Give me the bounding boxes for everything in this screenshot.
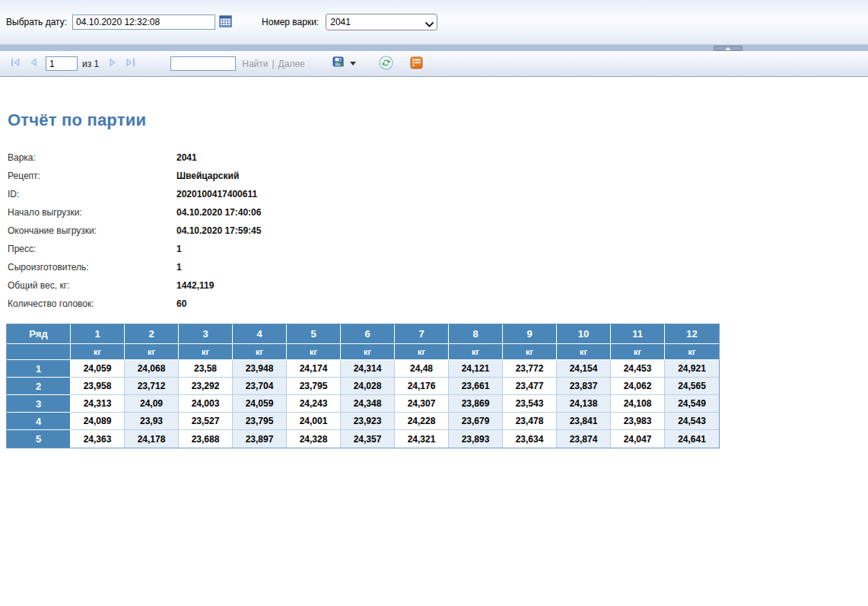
- row-label-cell: 3: [7, 395, 71, 413]
- field-label: ID:: [8, 189, 176, 199]
- column-header: 9: [503, 324, 557, 344]
- weight-cell: 23,837: [557, 378, 611, 395]
- weight-cell: 23,923: [341, 413, 395, 430]
- unit-header: кг: [233, 344, 287, 360]
- unit-header: кг: [341, 344, 395, 360]
- refresh-icon: [379, 56, 393, 72]
- report-toolbar: из 1 Найти | Далее: [0, 51, 868, 77]
- weight-cell: 23,634: [503, 430, 557, 448]
- field-value: Швейцарский: [176, 171, 239, 181]
- field-label: Окончание выгрузки:: [8, 225, 176, 236]
- table-row: 524,36324,17823,68823,89724,32824,35724,…: [7, 430, 719, 448]
- weight-cell: 24,565: [665, 378, 719, 395]
- export-save-icon: [332, 56, 348, 72]
- weight-cell: 24,09: [125, 395, 179, 413]
- weight-cell: 23,772: [503, 360, 557, 378]
- previous-page-icon: [29, 58, 38, 69]
- weight-cell: 23,712: [125, 378, 179, 395]
- weight-cell: 23,527: [179, 413, 233, 430]
- weight-cell: 23,958: [71, 378, 125, 395]
- weight-cell: 24,068: [125, 360, 179, 378]
- field-value: 04.10.2020 17:40:06: [176, 207, 261, 218]
- weight-cell: 24,321: [395, 430, 449, 448]
- first-page-icon: [10, 58, 21, 69]
- field-value: 2020100417400611: [176, 189, 257, 199]
- weight-cell: 24,921: [665, 360, 719, 378]
- field-label: Количество головок:: [8, 298, 176, 309]
- weight-cell: 24,549: [665, 395, 719, 413]
- collapse-parameters-button[interactable]: [714, 46, 742, 51]
- weight-cell: 23,477: [503, 378, 557, 395]
- batch-select[interactable]: 2041: [326, 14, 437, 30]
- weight-cell: 24,357: [341, 430, 395, 448]
- report-title: Отчёт по партии: [8, 110, 868, 130]
- calendar-button[interactable]: [219, 16, 233, 29]
- field-value: 2041: [176, 152, 197, 163]
- table-row: 324,31324,0924,00324,05924,24324,34824,3…: [7, 395, 719, 413]
- weight-cell: 24,154: [557, 360, 611, 378]
- collapse-parameters-icon: [725, 47, 731, 50]
- weight-cell: 24,363: [71, 430, 125, 448]
- weight-cell: 24,059: [71, 360, 125, 378]
- data-feed-button[interactable]: [409, 55, 424, 73]
- weight-cell: 24,313: [71, 395, 125, 413]
- weight-cell: 23,679: [449, 413, 503, 430]
- last-page-button[interactable]: [125, 58, 137, 70]
- column-header: 1: [71, 324, 125, 344]
- weight-cell: 23,897: [233, 430, 287, 448]
- unit-header: кг: [179, 344, 233, 360]
- page-number-input[interactable]: [46, 56, 78, 71]
- unit-header: кг: [611, 344, 665, 360]
- weight-cell: 24,176: [395, 378, 449, 395]
- weight-cell: 23,58: [179, 360, 233, 378]
- weight-cell: 23,795: [233, 413, 287, 430]
- column-header: 10: [557, 324, 611, 344]
- weight-cell: 24,059: [233, 395, 287, 413]
- refresh-button[interactable]: [377, 54, 395, 74]
- weight-cell: 24,243: [287, 395, 341, 413]
- column-header: 8: [449, 324, 503, 344]
- weight-cell: 24,121: [449, 360, 503, 378]
- date-input[interactable]: [72, 14, 215, 30]
- unit-header: кг: [557, 344, 611, 360]
- find-link[interactable]: Найти: [242, 59, 268, 69]
- find-next-separator: |: [272, 59, 274, 69]
- weight-cell: 23,661: [449, 378, 503, 395]
- weight-cell: 23,795: [287, 378, 341, 395]
- next-page-button[interactable]: [107, 58, 119, 70]
- weight-cell: 24,178: [125, 430, 179, 448]
- previous-page-button[interactable]: [27, 58, 40, 70]
- report-field-row: ID:2020100417400611: [8, 185, 868, 203]
- export-button[interactable]: [331, 55, 358, 73]
- report-field-row: Окончание выгрузки:04.10.2020 17:59:45: [8, 222, 868, 240]
- weight-cell: 24,348: [341, 395, 395, 413]
- weight-cell: 24,001: [287, 413, 341, 430]
- weight-cell: 23,93: [125, 413, 179, 430]
- field-value: 1442,119: [176, 280, 214, 291]
- field-value: 1: [176, 262, 182, 273]
- unit-header: кг: [125, 344, 179, 360]
- field-label: Общий вес, кг:: [8, 280, 176, 291]
- field-value: 60: [176, 298, 186, 309]
- weight-cell: 24,062: [611, 378, 665, 395]
- report-field-row: Сыроизготовитель:1: [8, 258, 868, 276]
- search-actions: Найти | Далее: [242, 59, 305, 69]
- search-input[interactable]: [170, 56, 236, 71]
- table-unit-row: кгкгкгкгкгкгкгкгкгкгкгкг: [7, 344, 719, 360]
- unit-header: кг: [665, 344, 719, 360]
- weight-cell: 23,874: [557, 430, 611, 448]
- find-next-link[interactable]: Далее: [278, 59, 305, 69]
- batch-weights-table: Ряд123456789101112кгкгкгкгкгкгкгкгкгкгкг…: [6, 324, 720, 448]
- report-field-row: Начало выгрузки:04.10.2020 17:40:06: [8, 203, 868, 222]
- column-header: 12: [665, 324, 719, 344]
- row-label-cell: 1: [7, 360, 71, 378]
- weight-cell: 23,893: [449, 430, 503, 448]
- report-field-row: Общий вес, кг:1442,119: [8, 276, 868, 295]
- table-head: Ряд123456789101112кгкгкгкгкгкгкгкгкгкгкг…: [7, 324, 719, 360]
- parameters-splitter: [0, 44, 868, 51]
- weight-cell: 24,228: [395, 413, 449, 430]
- column-header: 6: [341, 324, 395, 344]
- weight-cell: 24,307: [395, 395, 449, 413]
- first-page-button[interactable]: [9, 58, 21, 70]
- weight-cell: 24,028: [341, 378, 395, 395]
